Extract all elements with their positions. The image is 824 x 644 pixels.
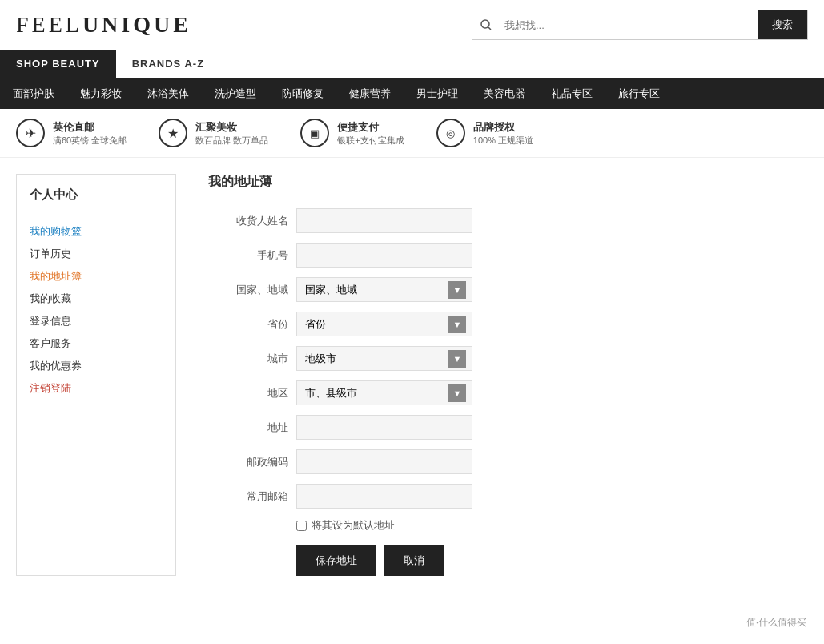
feature-shipping-sub: 满60英镑 全球免邮: [53, 135, 127, 147]
row-address: 地址: [208, 415, 792, 440]
row-phone: 手机号: [208, 243, 792, 268]
logo: FEELUNIQUE: [16, 12, 191, 38]
feature-payment-sub: 银联+支付宝集成: [337, 135, 404, 147]
main-content: 个人中心 我的购物篮 订单历史 我的地址簿 我的收藏 登录信息 客户服务 我的优…: [0, 158, 824, 592]
label-name: 收货人姓名: [208, 214, 288, 228]
sidebar-item-cart[interactable]: 我的购物篮: [30, 220, 163, 243]
category-bar: 面部护肤 魅力彩妆 沐浴美体 洗护造型 防晒修复 健康营养 男士护理 美容电器 …: [0, 78, 824, 109]
label-city: 城市: [208, 352, 288, 366]
select-city[interactable]: 地级市: [296, 346, 472, 371]
input-postcode[interactable]: [296, 449, 472, 474]
feature-brands: ★ 汇聚美妆 数百品牌 数万单品: [159, 119, 268, 147]
sidebar-item-address[interactable]: 我的地址簿: [30, 265, 163, 288]
select-district-wrap: 市、县级市 ▼: [296, 380, 472, 405]
auth-icon: ◎: [436, 119, 465, 147]
input-phone[interactable]: [296, 243, 472, 268]
input-email[interactable]: [296, 484, 472, 509]
cat-makeup[interactable]: 魅力彩妆: [67, 78, 135, 109]
select-country[interactable]: 国家、地域: [296, 277, 472, 302]
cat-suncare[interactable]: 防晒修复: [269, 78, 336, 109]
address-form: 我的地址薄 收货人姓名 手机号 国家、地域 国家、地域 ▼ 省份 省份: [192, 174, 808, 576]
sidebar-item-favorites[interactable]: 我的收藏: [30, 288, 163, 310]
feature-brands-sub: 数百品牌 数万单品: [195, 135, 268, 147]
logo-unique: UNIQUE: [82, 12, 191, 37]
row-city: 城市 地级市 ▼: [208, 346, 792, 371]
label-district: 地区: [208, 386, 288, 400]
features-bar: ✈ 英伦直邮 满60英镑 全球免邮 ★ 汇聚美妆 数百品牌 数万单品 ▣ 便捷支…: [0, 109, 824, 158]
cat-men[interactable]: 男士护理: [404, 78, 471, 109]
svg-line-1: [488, 27, 491, 30]
input-address[interactable]: [296, 415, 472, 440]
form-title: 我的地址薄: [208, 174, 792, 191]
sidebar-item-orders[interactable]: 订单历史: [30, 243, 163, 265]
feature-shipping-title: 英伦直邮: [53, 120, 127, 135]
payment-icon: ▣: [300, 119, 329, 147]
star-icon: ★: [159, 119, 187, 147]
row-province: 省份 省份 ▼: [208, 312, 792, 336]
cat-devices[interactable]: 美容电器: [471, 78, 538, 109]
svg-point-0: [481, 20, 489, 28]
sidebar-title: 个人中心: [30, 187, 163, 209]
feature-brands-title: 汇聚美妆: [195, 120, 268, 135]
form-buttons: 保存地址 取消: [296, 545, 792, 576]
feature-auth: ◎ 品牌授权 100% 正规渠道: [436, 119, 533, 147]
label-address: 地址: [208, 421, 288, 435]
label-email: 常用邮箱: [208, 489, 288, 504]
logo-feel: FEEL: [16, 12, 82, 37]
cat-bath[interactable]: 沐浴美体: [135, 78, 202, 109]
search-icon: [472, 13, 500, 37]
default-address-label[interactable]: 将其设为默认地址: [312, 518, 395, 533]
label-phone: 手机号: [208, 248, 288, 263]
cat-travel[interactable]: 旅行专区: [605, 78, 673, 109]
default-address-checkbox[interactable]: [296, 521, 307, 531]
nav-tabs: SHOP BEAUTY BRANDS A-Z: [0, 50, 824, 78]
sidebar-item-logout[interactable]: 注销登陆: [30, 377, 163, 400]
sidebar-item-coupons[interactable]: 我的优惠券: [30, 355, 163, 377]
cat-face[interactable]: 面部护肤: [0, 78, 67, 109]
select-province-wrap: 省份 ▼: [296, 312, 472, 336]
feature-auth-sub: 100% 正规渠道: [473, 135, 533, 147]
feature-payment-title: 便捷支付: [337, 120, 404, 135]
select-province[interactable]: 省份: [296, 312, 472, 336]
label-province: 省份: [208, 317, 288, 332]
row-name: 收货人姓名: [208, 208, 792, 233]
row-postcode: 邮政编码: [208, 449, 792, 474]
label-postcode: 邮政编码: [208, 455, 288, 469]
tab-shop-beauty[interactable]: SHOP BEAUTY: [0, 50, 116, 78]
sidebar-item-login-info[interactable]: 登录信息: [30, 310, 163, 332]
select-city-wrap: 地级市 ▼: [296, 346, 472, 371]
sidebar: 个人中心 我的购物篮 订单历史 我的地址簿 我的收藏 登录信息 客户服务 我的优…: [16, 174, 176, 576]
row-country: 国家、地域 国家、地域 ▼: [208, 277, 792, 302]
save-button[interactable]: 保存地址: [296, 545, 376, 576]
label-country: 国家、地域: [208, 283, 288, 297]
input-name[interactable]: [296, 208, 472, 233]
row-district: 地区 市、县级市 ▼: [208, 380, 792, 405]
select-district[interactable]: 市、县级市: [296, 380, 472, 405]
search-input[interactable]: [500, 13, 758, 38]
default-address-row: 将其设为默认地址: [296, 518, 792, 533]
feature-auth-title: 品牌授权: [473, 120, 533, 135]
feature-payment: ▣ 便捷支付 银联+支付宝集成: [300, 119, 404, 147]
cancel-button[interactable]: 取消: [384, 545, 444, 576]
cat-health[interactable]: 健康营养: [336, 78, 404, 109]
header: FEELUNIQUE 搜索: [0, 0, 824, 50]
search-bar: 搜索: [472, 10, 808, 40]
row-email: 常用邮箱: [208, 484, 792, 509]
cat-hair[interactable]: 洗护造型: [202, 78, 269, 109]
cat-gifts[interactable]: 礼品专区: [538, 78, 605, 109]
select-country-wrap: 国家、地域 ▼: [296, 277, 472, 302]
feature-shipping: ✈ 英伦直邮 满60英镑 全球免邮: [16, 119, 127, 147]
search-button[interactable]: 搜索: [758, 10, 807, 39]
airplane-icon: ✈: [16, 119, 45, 147]
sidebar-item-service[interactable]: 客户服务: [30, 332, 163, 355]
tab-brands-az[interactable]: BRANDS A-Z: [116, 50, 220, 78]
